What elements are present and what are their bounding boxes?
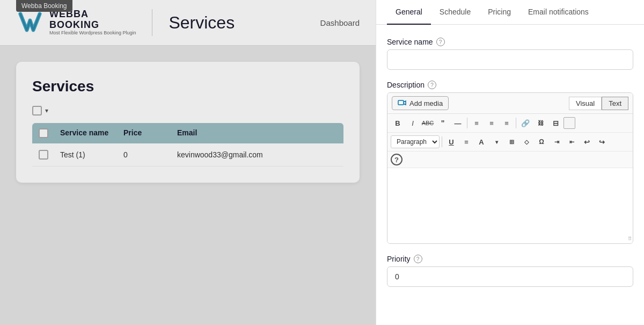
row-email: kevinwood33@gmail.com xyxy=(177,150,274,159)
tab-email-notifications[interactable]: Email notifications xyxy=(519,0,597,25)
header-checkbox[interactable] xyxy=(39,128,48,138)
header-divider xyxy=(152,9,152,36)
priority-input[interactable] xyxy=(387,266,633,287)
page-title: Services xyxy=(169,13,235,33)
toolbar-row2: Paragraph Heading 1 Heading 2 Heading 3 … xyxy=(387,133,633,151)
justify-button[interactable]: ≡ xyxy=(459,135,473,149)
tagline: Most Flexible Wordpress Booking Plugin xyxy=(49,31,136,36)
insert-table-button[interactable]: ⊟ xyxy=(548,116,562,130)
text-button[interactable]: Text xyxy=(602,97,628,110)
add-media-icon xyxy=(398,99,406,107)
unlink-button[interactable]: ⛓ xyxy=(533,116,547,130)
align-center-button[interactable]: ≡ xyxy=(485,116,499,130)
view-toggle: Visual Text xyxy=(569,97,628,110)
special-char-button[interactable]: Ω xyxy=(535,135,548,149)
align-left-button[interactable]: ≡ xyxy=(470,116,484,130)
service-name-field: Service name ? xyxy=(387,38,633,70)
col-email: Email xyxy=(177,128,274,138)
priority-field: Priority ? xyxy=(387,255,633,287)
dashboard-link[interactable]: Dashboard xyxy=(320,18,360,27)
logo: WEBBA BOOKING Most Flexible Wordpress Bo… xyxy=(16,9,136,37)
outdent-button[interactable]: ⇤ xyxy=(565,135,579,149)
toolbar-row3: ? xyxy=(387,151,633,168)
tab-general[interactable]: General xyxy=(387,0,431,25)
align-right-button[interactable]: ≡ xyxy=(500,116,514,130)
tooltip-text: Webba Booking xyxy=(21,2,67,10)
bold-button[interactable]: B xyxy=(391,116,405,130)
editor-resize-handle[interactable]: ⠿ xyxy=(625,236,632,242)
row-service-name[interactable]: Test (1) xyxy=(60,150,123,159)
left-content: Services ▾ Service name Price Email Test… xyxy=(0,46,376,199)
logo-text: WEBBA BOOKING Most Flexible Wordpress Bo… xyxy=(49,9,136,35)
row-checkbox-cell xyxy=(39,150,60,160)
toolbar-row1: B I ABC " — ≡ ≡ ≡ 🔗 ⛓ ⊟ xyxy=(387,114,633,133)
font-color-dropdown[interactable]: ▾ xyxy=(489,135,503,149)
tab-pricing[interactable]: Pricing xyxy=(479,0,519,25)
underline-button[interactable]: U xyxy=(444,135,458,149)
description-field: Description ? Add media Visual Text xyxy=(387,81,633,244)
table-row: Test (1) 0 kevinwood33@gmail.com xyxy=(32,143,343,167)
indent-button[interactable]: ⇥ xyxy=(550,135,564,149)
description-help-icon[interactable]: ? xyxy=(428,81,436,89)
service-name-label: Service name ? xyxy=(387,38,633,46)
left-panel: Webba Booking WEBBA BOOKING Most Flexibl… xyxy=(0,0,376,325)
paragraph-select[interactable]: Paragraph Heading 1 Heading 2 Heading 3 xyxy=(391,135,440,148)
description-label: Description ? xyxy=(387,81,633,89)
wp-table-button[interactable]: ⊞ xyxy=(504,135,518,149)
tabs-bar: General Schedule Pricing Email notificat… xyxy=(376,0,644,25)
table-header: Service name Price Email xyxy=(32,123,343,143)
blockquote-button[interactable]: " xyxy=(436,116,450,130)
col-price: Price xyxy=(123,128,177,138)
tooltip-bar: Webba Booking xyxy=(16,0,72,12)
font-color-button[interactable]: A xyxy=(474,135,488,149)
toolbar-sep3 xyxy=(442,136,442,147)
logo-icon xyxy=(16,9,44,37)
add-media-button[interactable]: Add media xyxy=(392,96,449,110)
strikethrough-button[interactable]: ABC xyxy=(421,116,435,130)
horizontal-rule-button[interactable]: — xyxy=(451,116,465,130)
priority-help-icon[interactable]: ? xyxy=(414,255,422,263)
right-panel: General Schedule Pricing Email notificat… xyxy=(376,0,644,325)
col-actions xyxy=(274,128,337,138)
editor-container: Add media Visual Text B I ABC " — ≡ xyxy=(387,92,633,244)
bulk-dropdown-arrow[interactable]: ▾ xyxy=(45,107,48,114)
color-picker[interactable] xyxy=(564,117,575,129)
tab-schedule[interactable]: Schedule xyxy=(431,0,479,25)
editor-top-bar: Add media Visual Text xyxy=(387,93,633,114)
editor-area[interactable]: ⠿ xyxy=(387,168,633,243)
col-checkbox xyxy=(39,128,60,138)
toolbar-sep2 xyxy=(516,118,516,128)
svg-rect-0 xyxy=(398,100,404,105)
undo-button[interactable]: ↩ xyxy=(580,135,594,149)
italic-button[interactable]: I xyxy=(406,116,420,130)
row-price: 0 xyxy=(123,150,177,159)
link-button[interactable]: 🔗 xyxy=(518,116,532,130)
bulk-checkbox-row: ▾ xyxy=(32,106,343,115)
editor-help-button[interactable]: ? xyxy=(391,154,402,165)
service-name-input[interactable] xyxy=(387,49,633,70)
panel-body: Service name ? Description ? xyxy=(376,25,644,300)
col-service-name: Service name xyxy=(60,128,123,138)
bulk-checkbox[interactable] xyxy=(32,106,42,115)
toolbar-sep1 xyxy=(467,118,467,128)
services-card: Services ▾ Service name Price Email Test… xyxy=(16,62,360,183)
redo-button[interactable]: ↪ xyxy=(595,135,609,149)
brand-name: WEBBA BOOKING xyxy=(49,9,136,31)
visual-button[interactable]: Visual xyxy=(569,97,602,110)
services-heading: Services xyxy=(32,78,343,95)
priority-label: Priority ? xyxy=(387,255,633,263)
row-checkbox[interactable] xyxy=(39,150,48,160)
service-name-help-icon[interactable]: ? xyxy=(436,38,445,46)
clear-format-button[interactable]: ◇ xyxy=(519,135,533,149)
